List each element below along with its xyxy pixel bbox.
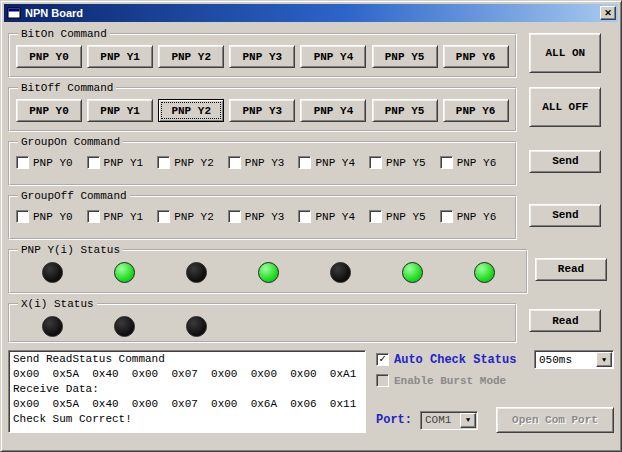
- groupoff-pnp-y6-cell[interactable]: PNP Y6: [440, 210, 509, 223]
- bitoff-pnp-y5-button[interactable]: PNP Y5: [372, 99, 438, 122]
- x0-led: [42, 316, 63, 337]
- interval-combo[interactable]: 050ms ▼: [534, 350, 614, 369]
- groupon-pnp-y6-checkbox[interactable]: [440, 156, 453, 169]
- groupon-row: GroupOn Command PNP Y0 PNP Y1 PNP Y2 PNP…: [8, 136, 614, 186]
- biton-pnp-y0-button[interactable]: PNP Y0: [16, 45, 82, 68]
- biton-pnp-y6-button[interactable]: PNP Y6: [443, 45, 509, 68]
- groupoff-pnp-y2-checkbox[interactable]: [157, 210, 170, 223]
- groupon-pnp-y0-checkbox[interactable]: [16, 156, 29, 169]
- groupoff-pnp-y5-checkbox[interactable]: [369, 210, 382, 223]
- log-line: Receive Data:: [13, 382, 361, 397]
- bitoff-pnp-y6-button[interactable]: PNP Y6: [443, 99, 509, 122]
- auto-check-checkbox[interactable]: [376, 353, 389, 366]
- groupon-pnp-y5-cell[interactable]: PNP Y5: [369, 156, 438, 169]
- groupoff-pnp-y3-cell[interactable]: PNP Y3: [228, 210, 297, 223]
- groupon-pnp-y4-cell[interactable]: PNP Y4: [298, 156, 367, 169]
- port-label: Port:: [376, 413, 412, 427]
- groupoff-pnp-y4-label: PNP Y4: [315, 211, 355, 223]
- all-on-button[interactable]: ALL ON: [529, 33, 601, 73]
- groupon-pnp-y6-cell[interactable]: PNP Y6: [440, 156, 509, 169]
- status-log[interactable]: Send ReadStatus Command0x00 0x5A 0x40 0x…: [8, 350, 366, 433]
- x-status-side: Read: [517, 298, 614, 343]
- biton-pnp-y1-button[interactable]: PNP Y1: [87, 45, 153, 68]
- biton-legend: BitOn Command: [18, 28, 110, 40]
- npn-board-window: NPN Board ✕ BitOn Command PNP Y0 PNP Y1 …: [0, 0, 622, 452]
- groupoff-pnp-y0-checkbox[interactable]: [16, 210, 29, 223]
- groupon-pnp-y3-cell[interactable]: PNP Y3: [228, 156, 297, 169]
- chevron-down-icon: ▼: [460, 413, 476, 428]
- close-button[interactable]: ✕: [600, 6, 616, 20]
- burst-checkbox: [376, 374, 389, 387]
- port-row: Port: COM1 ▼ Open Com Port: [376, 407, 614, 433]
- log-line: 0x00 0x5A 0x40 0x00 0x07 0x00 0x00 0x00 …: [13, 367, 361, 382]
- groupon-pnp-y1-cell[interactable]: PNP Y1: [87, 156, 156, 169]
- bitoff-buttons: PNP Y0 PNP Y1 PNP Y2 PNP Y3 PNP Y4 PNP Y…: [16, 97, 511, 122]
- groupoff-pnp-y2-label: PNP Y2: [174, 211, 214, 223]
- port-value: COM1: [421, 412, 459, 429]
- bitoff-pnp-y2-button[interactable]: PNP Y2: [158, 99, 224, 122]
- groupoff-pnp-y6-label: PNP Y6: [457, 211, 497, 223]
- biton-group: BitOn Command PNP Y0 PNP Y1 PNP Y2 PNP Y…: [8, 28, 517, 78]
- groupoff-row: GroupOff Command PNP Y0 PNP Y1 PNP Y2 PN…: [8, 190, 614, 240]
- open-com-port-button[interactable]: Open Com Port: [496, 407, 614, 433]
- groupoff-pnp-y4-checkbox[interactable]: [298, 210, 311, 223]
- bitoff-pnp-y4-button[interactable]: PNP Y4: [300, 99, 366, 122]
- burst-row: Enable Burst Mode: [376, 374, 614, 387]
- pnp-status-group: PNP Y(i) Status: [8, 244, 528, 294]
- groupoff-send-button[interactable]: Send: [529, 204, 601, 227]
- pnp-y3-led: [258, 262, 279, 283]
- groupoff-checkboxes: PNP Y0 PNP Y1 PNP Y2 PNP Y3 PNP Y4 PNP Y…: [16, 205, 511, 223]
- x1-led: [114, 316, 135, 337]
- groupon-pnp-y2-label: PNP Y2: [174, 157, 214, 169]
- bitoff-row: BitOff Command PNP Y0 PNP Y1 PNP Y2 PNP …: [8, 82, 614, 132]
- x-status-read-button[interactable]: Read: [529, 309, 601, 332]
- pnp-status-read-button[interactable]: Read: [535, 258, 607, 281]
- groupon-pnp-y1-checkbox[interactable]: [87, 156, 100, 169]
- biton-pnp-y3-button[interactable]: PNP Y3: [229, 45, 295, 68]
- app-icon: [7, 6, 21, 20]
- control-panel: Auto Check Status 050ms ▼ Enable Burst M…: [376, 350, 614, 433]
- bitoff-group: BitOff Command PNP Y0 PNP Y1 PNP Y2 PNP …: [8, 82, 517, 132]
- groupoff-pnp-y3-checkbox[interactable]: [228, 210, 241, 223]
- pnp-y4-led: [330, 262, 351, 283]
- biton-pnp-y2-button[interactable]: PNP Y2: [158, 45, 224, 68]
- groupoff-group: GroupOff Command PNP Y0 PNP Y1 PNP Y2 PN…: [8, 190, 517, 240]
- x-status-leds: [16, 313, 511, 337]
- groupon-checkboxes: PNP Y0 PNP Y1 PNP Y2 PNP Y3 PNP Y4 PNP Y…: [16, 151, 511, 169]
- biton-pnp-y5-button[interactable]: PNP Y5: [372, 45, 438, 68]
- interval-value: 050ms: [535, 351, 595, 368]
- all-off-button[interactable]: ALL OFF: [529, 87, 601, 127]
- titlebar: NPN Board ✕: [4, 4, 618, 22]
- bitoff-pnp-y0-button[interactable]: PNP Y0: [16, 99, 82, 122]
- groupon-pnp-y2-cell[interactable]: PNP Y2: [157, 156, 226, 169]
- groupoff-pnp-y2-cell[interactable]: PNP Y2: [157, 210, 226, 223]
- bitoff-legend: BitOff Command: [18, 82, 116, 94]
- groupoff-pnp-y1-checkbox[interactable]: [87, 210, 100, 223]
- groupon-pnp-y4-checkbox[interactable]: [298, 156, 311, 169]
- groupoff-pnp-y0-cell[interactable]: PNP Y0: [16, 210, 85, 223]
- groupoff-pnp-y5-cell[interactable]: PNP Y5: [369, 210, 438, 223]
- biton-pnp-y4-button[interactable]: PNP Y4: [300, 45, 366, 68]
- groupon-pnp-y3-checkbox[interactable]: [228, 156, 241, 169]
- groupoff-pnp-y1-cell[interactable]: PNP Y1: [87, 210, 156, 223]
- pnp-status-side: Read: [528, 244, 614, 294]
- groupoff-pnp-y6-checkbox[interactable]: [440, 210, 453, 223]
- biton-side: ALL ON: [517, 28, 614, 78]
- bitoff-pnp-y1-button[interactable]: PNP Y1: [87, 99, 153, 122]
- groupoff-pnp-y4-cell[interactable]: PNP Y4: [298, 210, 367, 223]
- groupon-pnp-y0-cell[interactable]: PNP Y0: [16, 156, 85, 169]
- groupon-pnp-y2-checkbox[interactable]: [157, 156, 170, 169]
- log-line: Check Sum Correct!: [13, 412, 361, 427]
- chevron-down-icon[interactable]: ▼: [596, 352, 612, 367]
- auto-check-label: Auto Check Status: [394, 353, 516, 367]
- groupon-send-button[interactable]: Send: [529, 150, 601, 173]
- groupon-legend: GroupOn Command: [18, 136, 123, 148]
- bitoff-pnp-y3-button[interactable]: PNP Y3: [229, 99, 295, 122]
- groupon-pnp-y5-checkbox[interactable]: [369, 156, 382, 169]
- x-status-legend: X(i) Status: [18, 298, 97, 310]
- groupon-pnp-y5-label: PNP Y5: [386, 157, 426, 169]
- x-status-row: X(i) Status Read: [8, 298, 614, 343]
- pnp-status-legend: PNP Y(i) Status: [18, 244, 123, 256]
- pnp-y6-led: [474, 262, 495, 283]
- window-title: NPN Board: [25, 7, 600, 19]
